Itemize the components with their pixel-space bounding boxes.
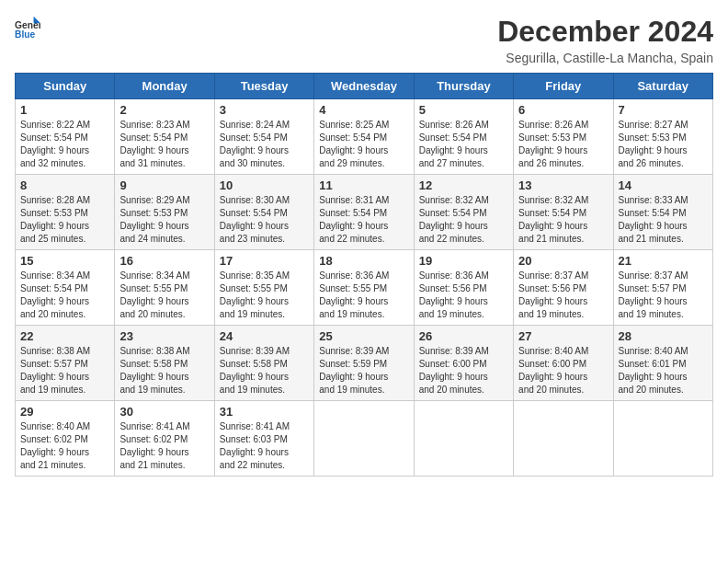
calendar-cell: 16Sunrise: 8:34 AM Sunset: 5:55 PM Dayli… <box>115 250 214 326</box>
calendar-cell: 28Sunrise: 8:40 AM Sunset: 6:01 PM Dayli… <box>613 326 712 401</box>
day-info: Sunrise: 8:30 AM Sunset: 5:54 PM Dayligh… <box>220 194 309 246</box>
calendar-cell: 15Sunrise: 8:34 AM Sunset: 5:54 PM Dayli… <box>16 250 115 326</box>
calendar-header-row: SundayMondayTuesdayWednesdayThursdayFrid… <box>16 74 713 99</box>
calendar-cell: 17Sunrise: 8:35 AM Sunset: 5:55 PM Dayli… <box>214 250 313 326</box>
calendar-header-wednesday: Wednesday <box>314 74 414 99</box>
calendar-cell <box>314 401 414 477</box>
day-number: 5 <box>419 103 508 117</box>
calendar-cell: 29Sunrise: 8:40 AM Sunset: 6:02 PM Dayli… <box>16 401 115 477</box>
day-number: 16 <box>119 254 209 268</box>
calendar-cell: 2Sunrise: 8:23 AM Sunset: 5:54 PM Daylig… <box>115 99 214 175</box>
calendar-cell: 13Sunrise: 8:32 AM Sunset: 5:54 PM Dayli… <box>514 175 613 250</box>
day-number: 30 <box>119 405 209 419</box>
day-number: 26 <box>419 329 508 343</box>
calendar-header-tuesday: Tuesday <box>214 74 313 99</box>
calendar-table: SundayMondayTuesdayWednesdayThursdayFrid… <box>15 73 713 477</box>
calendar-cell: 5Sunrise: 8:26 AM Sunset: 5:54 PM Daylig… <box>414 99 513 175</box>
calendar-cell: 9Sunrise: 8:29 AM Sunset: 5:53 PM Daylig… <box>115 175 214 250</box>
day-number: 12 <box>419 178 508 192</box>
calendar-cell <box>514 401 613 477</box>
day-info: Sunrise: 8:40 AM Sunset: 6:00 PM Dayligh… <box>518 345 608 396</box>
day-number: 23 <box>119 329 209 343</box>
calendar-cell: 3Sunrise: 8:24 AM Sunset: 5:54 PM Daylig… <box>214 99 313 175</box>
day-number: 21 <box>619 254 708 268</box>
day-info: Sunrise: 8:39 AM Sunset: 5:59 PM Dayligh… <box>319 345 408 396</box>
day-info: Sunrise: 8:41 AM Sunset: 6:02 PM Dayligh… <box>119 420 209 472</box>
day-number: 7 <box>619 103 708 117</box>
day-number: 1 <box>20 103 109 117</box>
calendar-cell: 24Sunrise: 8:39 AM Sunset: 5:58 PM Dayli… <box>214 326 313 401</box>
day-info: Sunrise: 8:34 AM Sunset: 5:55 PM Dayligh… <box>119 270 209 321</box>
calendar-week-row: 15Sunrise: 8:34 AM Sunset: 5:54 PM Dayli… <box>16 250 713 326</box>
calendar-header-monday: Monday <box>115 74 214 99</box>
day-info: Sunrise: 8:33 AM Sunset: 5:54 PM Dayligh… <box>619 194 708 246</box>
calendar-cell: 23Sunrise: 8:38 AM Sunset: 5:58 PM Dayli… <box>115 326 214 401</box>
day-info: Sunrise: 8:26 AM Sunset: 5:53 PM Dayligh… <box>518 119 608 170</box>
day-info: Sunrise: 8:24 AM Sunset: 5:54 PM Dayligh… <box>220 119 309 170</box>
calendar-cell: 14Sunrise: 8:33 AM Sunset: 5:54 PM Dayli… <box>613 175 712 250</box>
main-title: December 2024 <box>497 15 713 49</box>
day-number: 28 <box>619 329 708 343</box>
day-number: 11 <box>319 178 408 192</box>
day-number: 29 <box>20 405 109 419</box>
day-number: 22 <box>20 329 109 343</box>
calendar-cell: 19Sunrise: 8:36 AM Sunset: 5:56 PM Dayli… <box>414 250 513 326</box>
day-info: Sunrise: 8:22 AM Sunset: 5:54 PM Dayligh… <box>20 119 109 170</box>
day-info: Sunrise: 8:40 AM Sunset: 6:01 PM Dayligh… <box>619 345 708 396</box>
day-info: Sunrise: 8:32 AM Sunset: 5:54 PM Dayligh… <box>419 194 508 246</box>
day-info: Sunrise: 8:36 AM Sunset: 5:56 PM Dayligh… <box>419 270 508 321</box>
day-info: Sunrise: 8:28 AM Sunset: 5:53 PM Dayligh… <box>20 194 109 246</box>
calendar-cell: 21Sunrise: 8:37 AM Sunset: 5:57 PM Dayli… <box>613 250 712 326</box>
day-number: 14 <box>619 178 708 192</box>
day-number: 4 <box>319 103 408 117</box>
day-number: 3 <box>220 103 309 117</box>
logo: General Blue <box>15 15 40 40</box>
calendar-cell: 30Sunrise: 8:41 AM Sunset: 6:02 PM Dayli… <box>115 401 214 477</box>
day-info: Sunrise: 8:23 AM Sunset: 5:54 PM Dayligh… <box>119 119 209 170</box>
calendar-cell: 8Sunrise: 8:28 AM Sunset: 5:53 PM Daylig… <box>16 175 115 250</box>
day-number: 8 <box>20 178 109 192</box>
calendar-header-sunday: Sunday <box>16 74 115 99</box>
calendar-cell <box>613 401 712 477</box>
day-number: 20 <box>518 254 608 268</box>
day-number: 10 <box>220 178 309 192</box>
day-number: 31 <box>220 405 309 419</box>
calendar-week-row: 22Sunrise: 8:38 AM Sunset: 5:57 PM Dayli… <box>16 326 713 401</box>
day-number: 17 <box>220 254 309 268</box>
calendar-cell: 31Sunrise: 8:41 AM Sunset: 6:03 PM Dayli… <box>214 401 313 477</box>
day-number: 13 <box>518 178 608 192</box>
day-info: Sunrise: 8:36 AM Sunset: 5:55 PM Dayligh… <box>319 270 408 321</box>
day-number: 15 <box>20 254 109 268</box>
calendar-cell: 1Sunrise: 8:22 AM Sunset: 5:54 PM Daylig… <box>16 99 115 175</box>
day-number: 9 <box>119 178 209 192</box>
title-block: December 2024 Segurilla, Castille-La Man… <box>497 15 713 65</box>
logo-icon: General Blue <box>15 15 40 40</box>
svg-text:Blue: Blue <box>15 29 36 40</box>
day-info: Sunrise: 8:38 AM Sunset: 5:57 PM Dayligh… <box>20 345 109 396</box>
day-info: Sunrise: 8:40 AM Sunset: 6:02 PM Dayligh… <box>20 420 109 472</box>
calendar-week-row: 29Sunrise: 8:40 AM Sunset: 6:02 PM Dayli… <box>16 401 713 477</box>
calendar-cell: 10Sunrise: 8:30 AM Sunset: 5:54 PM Dayli… <box>214 175 313 250</box>
day-info: Sunrise: 8:39 AM Sunset: 6:00 PM Dayligh… <box>419 345 508 396</box>
day-number: 19 <box>419 254 508 268</box>
day-info: Sunrise: 8:35 AM Sunset: 5:55 PM Dayligh… <box>220 270 309 321</box>
calendar-cell: 25Sunrise: 8:39 AM Sunset: 5:59 PM Dayli… <box>314 326 414 401</box>
calendar-header-friday: Friday <box>514 74 613 99</box>
day-info: Sunrise: 8:38 AM Sunset: 5:58 PM Dayligh… <box>119 345 209 396</box>
calendar-cell: 12Sunrise: 8:32 AM Sunset: 5:54 PM Dayli… <box>414 175 513 250</box>
page-header: General Blue December 2024 Segurilla, Ca… <box>15 15 713 65</box>
subtitle: Segurilla, Castille-La Mancha, Spain <box>497 51 713 65</box>
day-info: Sunrise: 8:25 AM Sunset: 5:54 PM Dayligh… <box>319 119 408 170</box>
day-info: Sunrise: 8:29 AM Sunset: 5:53 PM Dayligh… <box>119 194 209 246</box>
day-number: 6 <box>518 103 608 117</box>
day-info: Sunrise: 8:32 AM Sunset: 5:54 PM Dayligh… <box>518 194 608 246</box>
calendar-cell: 22Sunrise: 8:38 AM Sunset: 5:57 PM Dayli… <box>16 326 115 401</box>
calendar-header-thursday: Thursday <box>414 74 513 99</box>
calendar-cell: 7Sunrise: 8:27 AM Sunset: 5:53 PM Daylig… <box>613 99 712 175</box>
calendar-header-saturday: Saturday <box>613 74 712 99</box>
calendar-cell: 27Sunrise: 8:40 AM Sunset: 6:00 PM Dayli… <box>514 326 613 401</box>
day-number: 25 <box>319 329 408 343</box>
calendar-week-row: 8Sunrise: 8:28 AM Sunset: 5:53 PM Daylig… <box>16 175 713 250</box>
day-number: 18 <box>319 254 408 268</box>
day-info: Sunrise: 8:27 AM Sunset: 5:53 PM Dayligh… <box>619 119 708 170</box>
